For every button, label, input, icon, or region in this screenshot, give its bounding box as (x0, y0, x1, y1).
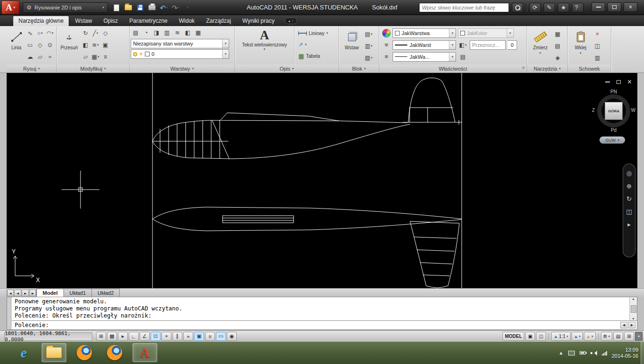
favorites-button[interactable]: ★ (558, 3, 569, 12)
drawing-canvas[interactable]: Y X × GÓRA PN Pd Z W GUW ▾ ◎ (7, 73, 637, 288)
restore-button[interactable] (608, 2, 621, 12)
viewcube-top-face[interactable]: GÓRA (605, 102, 623, 120)
layer-off-button[interactable]: ▥ (162, 27, 172, 38)
command-scroll-left-icon[interactable]: ◀ (620, 322, 627, 328)
ribbon-minimize-button[interactable]: ●▾ (285, 18, 297, 24)
file-explorer-button[interactable] (42, 343, 66, 362)
fillet-tool-button[interactable]: ≋▾ (90, 39, 100, 50)
cad-drawing[interactable]: Y X (7, 73, 637, 288)
doc-restore-icon[interactable] (617, 80, 621, 84)
create-block-button[interactable]: ▤▾ (364, 28, 374, 39)
ellipse-tool-button[interactable]: ◇ (35, 39, 45, 50)
command-window[interactable]: Ponowne generowanie modelu. Programy usł… (7, 297, 637, 330)
trim-tool-button[interactable]: ╱▾ (90, 27, 100, 38)
volume-tray-icon[interactable] (590, 350, 597, 356)
redo-button[interactable]: ↷▾ (171, 2, 180, 13)
explode-tool-button[interactable]: ▣ (100, 39, 110, 50)
search-input[interactable] (420, 3, 509, 12)
clean-screen-button[interactable]: ⊞ (624, 332, 634, 341)
viewcube-south-label[interactable]: Pd (593, 127, 635, 133)
infer-constraints-toggle[interactable]: ⊞ (96, 332, 106, 341)
snap-mode-toggle[interactable]: ▦ (107, 332, 117, 341)
properties-list-button[interactable]: ▤ (458, 51, 468, 62)
workspace-switch-button[interactable]: ⚙▾ (601, 332, 612, 341)
array-tool-button[interactable]: ▦▾ (90, 51, 100, 62)
command-scrollbar[interactable]: ▲ ▼ (629, 297, 637, 320)
rotate-tool-button[interactable]: ↻ (80, 27, 90, 38)
layer-dropdown[interactable]: ☀ 0 ▾ (131, 49, 229, 59)
browser-button[interactable] (102, 343, 127, 362)
viewcube-north-label[interactable]: PN (593, 89, 635, 94)
quick-view-drawings-button[interactable]: ◫ (536, 332, 546, 341)
layer-freeze-button[interactable]: ◨ (152, 27, 161, 38)
revision-cloud-tool-button[interactable]: ☁ (25, 51, 35, 62)
toolbar-lock-button[interactable]: ▤ (613, 332, 623, 341)
command-scroll-right-icon[interactable]: ▶ (628, 322, 635, 328)
line-tool-button[interactable]: Linia (9, 27, 24, 64)
mirror-tool-button[interactable]: ◧ (80, 39, 90, 50)
network-tray-icon[interactable] (602, 351, 607, 355)
linear-dimension-button[interactable]: Liniowy ▾ (298, 28, 336, 38)
tab-opisz[interactable]: Opisz (98, 16, 123, 26)
annotation-scale-button[interactable]: ▲ 1:1 ▾ (551, 332, 570, 341)
id-point-button[interactable]: ◈ (553, 52, 563, 63)
viewcube-west-label[interactable]: Z (592, 108, 595, 113)
pan-icon[interactable]: ⊕ (626, 182, 632, 190)
insert-block-button[interactable]: Wstaw (341, 27, 363, 64)
navigation-wheel-icon[interactable]: ◎ (626, 170, 632, 177)
offset-tool-button[interactable]: ≡ (100, 51, 110, 62)
orbit-icon[interactable]: ◫ (626, 208, 632, 215)
subscription-center-button[interactable]: ⟳ (529, 3, 541, 12)
first-layout-button[interactable]: ◀ (7, 290, 14, 296)
showmotion-icon[interactable]: ▸ (627, 221, 631, 228)
ortho-mode-toggle[interactable]: ∟ (129, 332, 139, 341)
next-layout-button[interactable]: ▶ (22, 290, 29, 296)
tab-parametryczne[interactable]: Parametryczne (124, 16, 173, 26)
tab-widok[interactable]: Widok (174, 16, 200, 26)
circle-tool-button[interactable]: ○▾ (35, 27, 45, 38)
layer-walk-button[interactable]: ▦ (193, 27, 203, 38)
lineweight-dropdown[interactable]: JakWarst ▾ (393, 40, 456, 50)
panel-label-wlasciwosci[interactable]: Właściwości » (379, 64, 527, 73)
transparency-button[interactable]: ◧▾ (458, 39, 468, 50)
display-tray-icon[interactable] (568, 351, 575, 355)
hidden-icons-arrow[interactable]: ▲ (559, 350, 564, 355)
doc-close-icon[interactable]: × (627, 78, 632, 86)
search-button[interactable] (512, 3, 523, 12)
battery-tray-icon[interactable] (580, 351, 586, 355)
tab-wyniki-pracy[interactable]: Wyniki pracy (237, 16, 280, 26)
block-attributes-button[interactable]: ▧▾ (364, 52, 374, 63)
new-file-button[interactable] (112, 2, 121, 13)
panel-label-warstwy[interactable]: Warstwy▾ (130, 64, 234, 73)
scroll-down-icon[interactable]: ▼ (632, 317, 635, 320)
arc-tool-button[interactable]: ◠▾ (45, 27, 55, 38)
dim-color-dropdown[interactable]: JakKolor ▾ (458, 28, 514, 38)
help-search-box[interactable] (419, 3, 509, 12)
tab-uklad2[interactable]: Układ2 (91, 289, 120, 297)
firefox-button[interactable] (72, 343, 97, 362)
last-layout-button[interactable]: ▶ (29, 290, 36, 296)
quick-select-button[interactable]: ▦ (553, 28, 563, 39)
annotation-autoscale-button[interactable]: ▲▾ (584, 332, 595, 341)
transparency-value[interactable]: 0 (508, 40, 517, 50)
dynamic-ucs-toggle[interactable]: + (183, 332, 193, 341)
object-color-dropdown[interactable]: JakWarstwa ▾ (393, 28, 456, 38)
match-properties-button[interactable]: ▥ (592, 52, 602, 63)
internet-explorer-button[interactable]: e (11, 343, 36, 362)
tab-model[interactable]: Model (36, 289, 64, 297)
viewcube[interactable]: GÓRA PN Pd Z W (593, 90, 635, 132)
quick-view-layouts-button[interactable]: ▣ (525, 332, 535, 341)
scroll-up-icon[interactable]: ▲ (632, 297, 635, 300)
copy-button[interactable]: ◫ (592, 40, 602, 51)
layer-lock-button[interactable]: ◧ (183, 27, 193, 38)
doc-minimize-icon[interactable] (605, 82, 610, 82)
multileader-button[interactable]: ↗ ▾ (298, 39, 336, 50)
panel-label-schowek[interactable]: Schowek (568, 64, 611, 73)
taskbar-clock[interactable]: 13:09 2014-05-16 (612, 347, 638, 359)
tab-wstaw[interactable]: Wstaw (70, 16, 97, 26)
layer-state-dropdown[interactable]: Niezapisany stan warstwy ▾ (131, 39, 229, 48)
workspace-switcher[interactable]: ⚙ Rysowanie 2D i opis ▾ (23, 2, 108, 13)
model-space-button[interactable]: MODEL (502, 332, 524, 341)
qat-customize-button[interactable]: ▾ (183, 2, 192, 13)
table-button[interactable]: ▦ Tabela (298, 51, 336, 61)
